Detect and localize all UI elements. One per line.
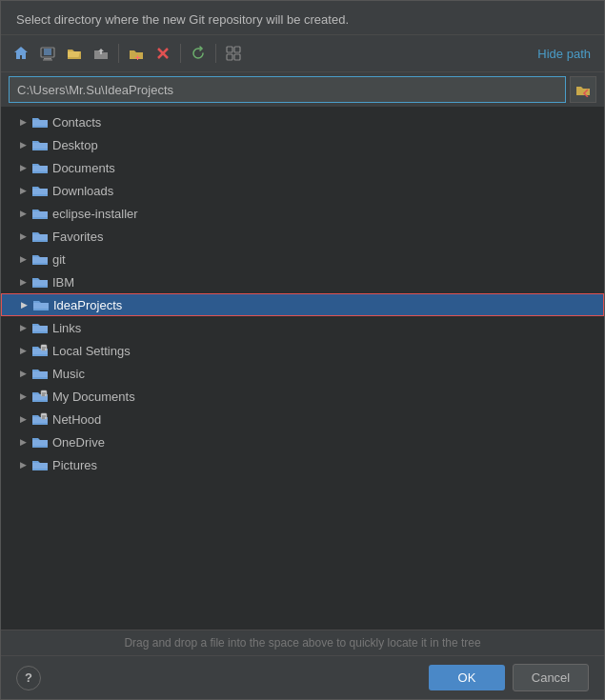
svg-rect-8 <box>227 54 232 60</box>
new-folder-button[interactable] <box>124 41 149 66</box>
header-text: Select directory where the new Git repos… <box>16 12 349 27</box>
refresh-button[interactable] <box>186 41 211 66</box>
arrow-pictures: ▶ <box>16 458 30 471</box>
folder-icon-local-settings <box>31 344 49 357</box>
folder-icon-ideaprojects <box>32 298 50 311</box>
arrow-git: ▶ <box>16 252 30 266</box>
dialog-footer: ? OK Cancel <box>1 655 604 699</box>
label-links: Links <box>52 321 81 335</box>
computer-button[interactable] <box>35 41 60 66</box>
dialog: Select directory where the new Git repos… <box>0 0 605 700</box>
tree-item-nethood[interactable]: ▶ NetHood <box>1 408 604 430</box>
ok-button[interactable]: OK <box>429 665 505 690</box>
arrow-local-settings: ▶ <box>16 344 30 357</box>
path-input[interactable] <box>9 76 566 103</box>
tree-item-downloads[interactable]: ▶ Downloads <box>1 179 604 202</box>
label-downloads: Downloads <box>52 184 113 198</box>
arrow-eclipse: ▶ <box>16 207 30 220</box>
label-git: git <box>52 252 66 267</box>
tree-item-favorites[interactable]: ▶ Favorites <box>1 225 604 248</box>
separator-3 <box>215 44 216 63</box>
arrow-onedrive: ▶ <box>16 435 30 449</box>
label-music: Music <box>52 367 85 381</box>
svg-rect-2 <box>44 58 51 60</box>
tree-item-pictures[interactable]: ▶ Pictures <box>1 453 604 476</box>
label-pictures: Pictures <box>52 458 97 472</box>
arrow-links: ▶ <box>16 321 30 334</box>
path-row <box>1 72 604 107</box>
arrow-contacts: ▶ <box>16 115 30 129</box>
folder-icon-nethood <box>31 412 49 426</box>
label-desktop: Desktop <box>52 138 98 152</box>
svg-rect-1 <box>44 49 51 55</box>
label-onedrive: OneDrive <box>52 435 105 450</box>
folder-icon-eclipse <box>31 207 49 220</box>
hide-path-button[interactable]: Hide path <box>532 45 596 63</box>
folder-icon-git <box>31 252 49 266</box>
label-contacts: Contacts <box>52 115 101 130</box>
tree-item-music[interactable]: ▶ Music <box>1 362 604 385</box>
svg-rect-6 <box>227 47 232 52</box>
tree-item-links[interactable]: ▶ Links <box>1 316 604 339</box>
file-tree[interactable]: ▶ Contacts ▶ Desktop ▶ Documents ▶ <box>1 107 604 630</box>
folder-icon-favorites <box>31 230 49 243</box>
folder-icon-documents <box>31 161 49 174</box>
arrow-ideaprojects: ▶ <box>17 298 30 311</box>
tree-item-documents[interactable]: ▶ Documents <box>1 156 604 179</box>
tree-item-onedrive[interactable]: ▶ OneDrive <box>1 430 604 453</box>
folder-icon-pictures <box>31 458 49 471</box>
label-my-documents: My Documents <box>52 390 135 404</box>
arrow-nethood: ▶ <box>16 412 30 426</box>
label-favorites: Favorites <box>52 230 103 244</box>
help-button[interactable]: ? <box>16 666 41 690</box>
open-folder-button[interactable] <box>62 41 87 66</box>
delete-button[interactable] <box>151 41 175 66</box>
tree-item-ibm[interactable]: ▶ IBM <box>1 270 604 293</box>
separator-2 <box>180 44 181 63</box>
label-eclipse: eclipse-installer <box>52 207 138 221</box>
label-ideaprojects: IdeaProjects <box>53 298 122 312</box>
toolbar: Hide path <box>1 35 604 72</box>
arrow-music: ▶ <box>16 367 30 380</box>
folder-icon-my-documents <box>31 390 49 403</box>
tree-item-eclipse[interactable]: ▶ eclipse-installer <box>1 202 604 225</box>
folder-icon-onedrive <box>31 435 49 449</box>
arrow-my-documents: ▶ <box>16 390 30 403</box>
collapse-button[interactable] <box>221 41 246 66</box>
tree-item-local-settings[interactable]: ▶ Local Settings <box>1 339 604 362</box>
label-documents: Documents <box>52 161 115 175</box>
folder-icon-links <box>31 321 49 334</box>
svg-rect-9 <box>234 54 240 60</box>
folder-icon-downloads <box>31 184 49 197</box>
arrow-documents: ▶ <box>16 161 30 174</box>
tree-item-desktop[interactable]: ▶ Desktop <box>1 133 604 156</box>
label-ibm: IBM <box>52 275 74 290</box>
tree-item-git[interactable]: ▶ git <box>1 248 604 270</box>
separator-1 <box>118 44 119 63</box>
folder-icon-desktop <box>31 138 49 151</box>
path-action-button[interactable] <box>570 76 596 103</box>
label-local-settings: Local Settings <box>52 344 131 358</box>
drag-hint: Drag and drop a file into the space abov… <box>1 630 604 655</box>
arrow-downloads: ▶ <box>16 184 30 197</box>
folder-icon-ibm <box>31 275 49 289</box>
svg-rect-7 <box>234 47 240 52</box>
arrow-ibm: ▶ <box>16 275 30 289</box>
cancel-button[interactable]: Cancel <box>513 664 589 691</box>
dialog-header: Select directory where the new Git repos… <box>1 1 604 35</box>
folder-icon-music <box>31 367 49 380</box>
home-button[interactable] <box>9 41 33 66</box>
tree-item-ideaprojects[interactable]: ▶ IdeaProjects <box>1 293 604 316</box>
tree-item-my-documents[interactable]: ▶ My Documents <box>1 385 604 408</box>
arrow-desktop: ▶ <box>16 138 30 151</box>
folder-up-button[interactable] <box>89 41 113 66</box>
arrow-favorites: ▶ <box>16 230 30 243</box>
svg-rect-3 <box>43 60 52 61</box>
tree-item-contacts[interactable]: ▶ Contacts <box>1 110 604 133</box>
label-nethood: NetHood <box>52 412 101 427</box>
folder-icon-contacts <box>31 115 49 129</box>
